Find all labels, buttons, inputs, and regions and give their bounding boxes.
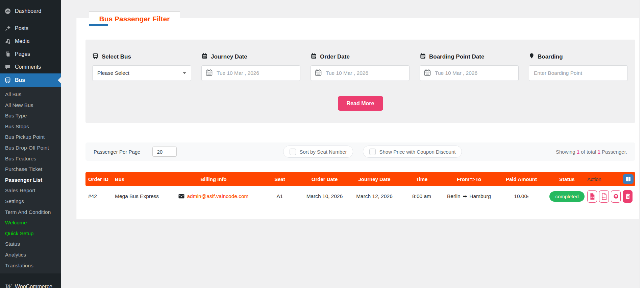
boarding-point-input[interactable] [529, 65, 628, 81]
cell-journey-date: March 12, 2026 [347, 193, 401, 199]
per-page-label: Passenger Per Page [94, 149, 140, 155]
view-pdf-button[interactable]: PDF [599, 190, 609, 203]
calendar-icon [420, 53, 426, 61]
submenu-item-welcome[interactable]: Welcome [0, 217, 61, 228]
filter-panel: Select Bus Please Select Journey Date [85, 40, 635, 123]
sort-by-seat-checkbox-input[interactable] [290, 149, 296, 155]
envelope-icon [178, 194, 184, 199]
sidebar-separator [0, 18, 61, 22]
scrollbar-track[interactable] [640, 0, 644, 288]
submenu-item-bus-type[interactable]: Bus Type [0, 110, 61, 121]
sidebar-item-label: Posts [15, 25, 28, 31]
passenger-filter-card: Select Bus Please Select Journey Date [76, 18, 639, 219]
header-order-date: Order Date [302, 176, 347, 182]
bus-icon [4, 77, 11, 84]
table-header-row: Order ID Bus Billing Info Seat Order Dat… [85, 172, 635, 186]
header-paid-amount: Paid Amount [496, 176, 547, 182]
filter-label: Select Bus [102, 53, 131, 60]
sidebar-item-dashboard[interactable]: Dashboard [0, 4, 61, 18]
sort-by-seat-checkbox[interactable]: Sort by Seat Number [283, 146, 353, 158]
sidebar-item-comments[interactable]: Comments [0, 61, 61, 73]
show-price-coupon-checkbox-input[interactable] [369, 149, 376, 155]
select-bus-dropdown[interactable]: Please Select [92, 65, 191, 81]
submenu-item-quick-setup[interactable]: Quick Setup [0, 228, 61, 239]
submenu-item-all-new-bus[interactable]: All New Bus [0, 100, 61, 111]
download-pdf-button[interactable]: PDF [587, 190, 597, 203]
filter-label: Boarding Point Date [429, 53, 484, 60]
location-pin-icon [529, 53, 535, 61]
submenu-item-sales-report[interactable]: Sales Report [0, 185, 61, 196]
woocommerce-icon: W [4, 283, 11, 288]
per-page-input[interactable] [152, 147, 177, 157]
bus-submenu: All Bus All New Bus Bus Type Bus Stops B… [0, 87, 61, 273]
order-date-input[interactable] [311, 65, 410, 81]
currency-symbol: ৳ [527, 194, 529, 199]
read-more-button[interactable]: Read More [338, 96, 383, 111]
admin-sidebar: Dashboard Posts Media Pages Comments [0, 0, 61, 288]
submenu-item-term-and-condition[interactable]: Term And Condition [0, 207, 61, 218]
svg-text:PDF: PDF [591, 196, 594, 198]
submenu-item-bus-stops[interactable]: Bus Stops [0, 121, 61, 132]
column-toggle-button[interactable] [623, 174, 634, 184]
filter-label: Order Date [320, 53, 350, 60]
header-status: Status [547, 176, 587, 182]
submenu-item-translations[interactable]: Translations [0, 260, 61, 271]
sidebar-item-pages[interactable]: Pages [0, 48, 61, 61]
delete-button[interactable] [623, 190, 633, 203]
table-row: #42 Mega Bus Express admin@asif.vaincode… [85, 186, 635, 207]
filter-boarding: Boarding [529, 53, 628, 81]
billing-email-link[interactable]: admin@asif.vaincode.com [187, 193, 248, 199]
header-order-id: Order ID [85, 176, 112, 182]
journey-date-input[interactable] [201, 65, 300, 81]
submenu-item-analytics[interactable]: Analytics [0, 249, 61, 260]
submenu-item-settings[interactable]: Settings [0, 196, 61, 207]
cell-paid-amount: 10.00৳ [496, 193, 547, 199]
active-menu-arrow [58, 77, 61, 83]
filter-boarding-point-date: Boarding Point Date [420, 53, 519, 81]
sidebar-item-woocommerce[interactable]: W WooCommerce [0, 280, 61, 288]
eye-icon [613, 193, 619, 199]
trash-icon [625, 193, 630, 200]
sidebar-item-posts[interactable]: Posts [0, 22, 61, 35]
view-details-button[interactable] [611, 190, 621, 203]
pages-icon [4, 51, 11, 58]
submenu-item-passenger-list[interactable]: Passenger List [0, 175, 61, 185]
submenu-item-status[interactable]: Status [0, 239, 61, 249]
calendar-icon [311, 53, 317, 61]
boarding-point-date-input[interactable] [420, 65, 519, 81]
bus-icon [92, 53, 99, 61]
passenger-table: Order ID Bus Billing Info Seat Order Dat… [85, 172, 635, 207]
submenu-item-bus-pickup-point[interactable]: Bus Pickup Point [0, 132, 61, 142]
calendar-input-icon [424, 69, 431, 76]
sidebar-item-label: Comments [15, 64, 41, 70]
sidebar-item-label: Bus [15, 77, 25, 83]
cell-bus: Mega Bus Express [112, 193, 169, 199]
media-icon [4, 38, 11, 45]
show-price-coupon-checkbox[interactable]: Show Price with Coupon Discount [363, 146, 462, 158]
submenu-item-bus-drop-off-point[interactable]: Bus Drop-Off Point [0, 142, 61, 153]
header-journey-date: Journey Date [347, 176, 401, 182]
cell-from-to: Berlin ➡ Hamburg [442, 193, 496, 199]
cell-actions: PDF PDF [587, 190, 635, 203]
to-city: Hamburg [469, 193, 491, 199]
comments-icon [4, 64, 11, 70]
cell-order-date: March 10, 2026 [302, 193, 347, 199]
showing-summary: Showing 1 of total 1 Passenger. [556, 149, 627, 155]
sidebar-item-bus[interactable]: Bus [0, 73, 61, 87]
calendar-icon [201, 53, 208, 61]
columns-icon [625, 176, 631, 182]
sidebar-item-media[interactable]: Media [0, 35, 61, 48]
status-badge: completed [549, 191, 584, 202]
cell-order-id: #42 [85, 193, 112, 199]
pin-icon [4, 25, 11, 32]
cell-time: 8:00 am [401, 193, 442, 199]
tab-active-indicator [89, 24, 108, 26]
filter-select-bus: Select Bus Please Select [92, 53, 191, 81]
tab-bus-passenger-filter[interactable]: Bus Passenger Filter [89, 12, 180, 26]
submenu-item-purchase-ticket[interactable]: Purchase Ticket [0, 164, 61, 175]
submenu-item-all-bus[interactable]: All Bus [0, 89, 61, 100]
filter-label: Boarding [538, 53, 563, 60]
paid-amount-value: 10.00 [514, 193, 527, 199]
submenu-item-bus-features[interactable]: Bus Features [0, 153, 61, 164]
filter-journey-date: Journey Date [201, 53, 300, 81]
